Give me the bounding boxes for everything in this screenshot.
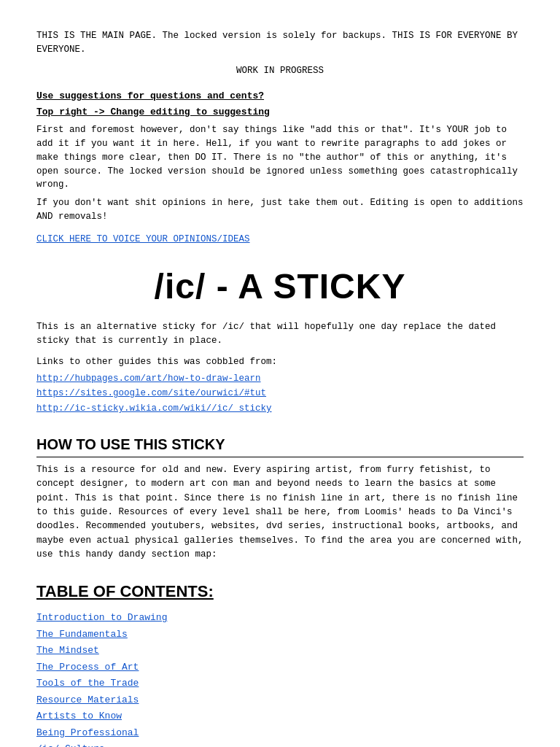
notice-block: THIS IS THE MAIN PAGE. The locked versio… [36, 29, 524, 57]
toc-link[interactable]: Artists to Know [36, 709, 524, 724]
guide-link[interactable]: http://ic-sticky.wikia.com/wiki//ic/_sti… [36, 402, 524, 416]
toc-link[interactable]: The Mindset [36, 643, 524, 658]
notice-text: THIS IS THE MAIN PAGE. The locked versio… [36, 31, 518, 55]
toc-links-container: Introduction to DrawingThe FundamentalsT… [36, 611, 524, 747]
toc-link[interactable]: Resource Materials [36, 693, 524, 708]
guide-link[interactable]: https://sites.google.com/site/ourwici/#t… [36, 387, 524, 400]
toc-link[interactable]: Being Professional [36, 726, 524, 740]
links-label: Links to other guides this was cobbled f… [36, 355, 524, 369]
toc-link[interactable]: The Fundamentals [36, 627, 524, 642]
main-title: /ic/ - A STICKY [36, 260, 524, 313]
suggestions-title: Use suggestions for questions and cents? [36, 89, 524, 104]
suggestions-paragraph2: If you don't want shit opinions in here,… [36, 196, 524, 224]
work-in-progress: WORK IN PROGRESS [36, 64, 524, 78]
guide-link[interactable]: http://hubpages.com/art/how-to-draw-lear… [36, 372, 524, 386]
toc-header: TABLE OF CONTENTS: [36, 579, 524, 603]
suggestions-paragraph1: First and foremost however, don't say th… [36, 123, 524, 192]
how-to-body: This is a resource for old and new. Ever… [36, 463, 524, 562]
toc-link[interactable]: The Process of Art [36, 660, 524, 675]
toc-link[interactable]: Introduction to Drawing [36, 611, 524, 625]
guide-links-container: http://hubpages.com/art/how-to-draw-lear… [36, 372, 524, 416]
suggestions-subtitle: Top right -> Change editing to suggestin… [36, 105, 524, 120]
click-here-link[interactable]: CLICK HERE TO VOICE YOUR OPINIONS/IDEAS [36, 233, 524, 247]
toc-link[interactable]: /ic/ Culture [36, 742, 524, 747]
alt-sticky-desc: This is an alternative sticky for /ic/ t… [36, 320, 524, 348]
suggestions-section: Use suggestions for questions and cents?… [36, 89, 524, 223]
how-to-header: HOW TO USE THIS STICKY [36, 433, 524, 457]
guide-links-section: Links to other guides this was cobbled f… [36, 355, 524, 416]
toc-link[interactable]: Tools of the Trade [36, 676, 524, 691]
